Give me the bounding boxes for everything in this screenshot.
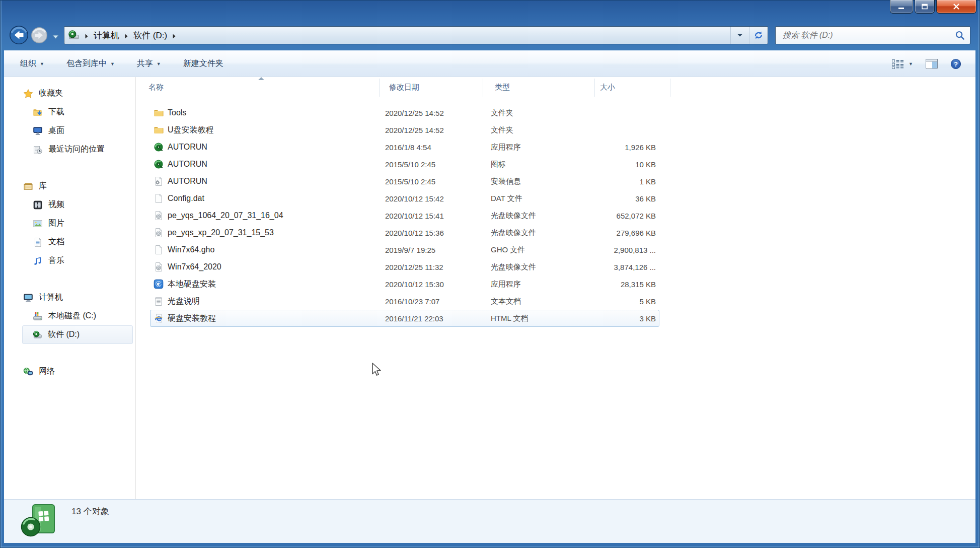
file-name-cell[interactable]: AUTORUN: [154, 139, 207, 156]
sidebar-item[interactable]: 本地磁盘 (C:): [4, 307, 133, 325]
toolbar-button[interactable]: 新建文件夹 ▼: [183, 58, 232, 69]
file-name-cell[interactable]: pe_yqs_1064_20_07_31_16_04: [154, 207, 283, 224]
document-icon: [33, 237, 43, 247]
navigation-pane: 收藏夹 下载 桌面: [4, 77, 136, 499]
sidebar-group-header[interactable]: 库: [4, 177, 135, 195]
html-file-icon: [154, 313, 164, 323]
toolbar-button[interactable]: 组织 ▼: [20, 58, 44, 69]
sidebar-item[interactable]: 图片: [4, 214, 133, 233]
sidebar-group-header[interactable]: 收藏夹: [4, 84, 135, 103]
file-name-cell[interactable]: pe_yqs_xp_20_07_31_15_53: [154, 224, 274, 241]
file-row[interactable]: pe_yqs_1064_20_07_31_16_04 2020/10/12 15…: [136, 207, 975, 224]
breadcrumb-arrow-icon: [124, 32, 129, 38]
sidebar-group: 计算机 本地磁盘 (C:) 软件 (D:): [4, 288, 135, 344]
file-name-cell[interactable]: AUTORUN: [154, 156, 207, 173]
sidebar-group-header[interactable]: 计算机: [4, 288, 135, 307]
toolbar-button-label: 组织: [20, 58, 36, 69]
file-row[interactable]: U盘安装教程 2020/12/25 14:52 文件夹: [136, 121, 975, 139]
file-name: U盘安装教程: [168, 125, 214, 135]
forward-button[interactable]: [31, 27, 48, 44]
disc-image-icon: [154, 262, 164, 272]
close-button[interactable]: [936, 0, 976, 14]
toolbar-button-label: 共享: [137, 58, 153, 69]
sidebar-item-label: 下载: [48, 107, 64, 117]
recent-pages-dropdown[interactable]: [52, 33, 59, 38]
sidebar-item[interactable]: 最近访问的位置: [4, 140, 133, 159]
breadcrumb-label[interactable]: 软件 (D:): [133, 30, 167, 41]
sidebar-group-header[interactable]: 网络: [4, 362, 135, 381]
svg-text:?: ?: [954, 60, 958, 68]
file-row[interactable]: AUTORUN 2016/1/8 4:54 应用程序 1,926 KB: [136, 139, 975, 156]
breadcrumb-arrow-icon: [84, 32, 89, 38]
file-row[interactable]: Win7x64_2020 2020/12/25 11:32 光盘映像文件 3,8…: [136, 258, 975, 276]
sidebar-group: 收藏夹 下载 桌面: [4, 84, 135, 159]
search-box[interactable]: [775, 26, 970, 44]
change-view-button[interactable]: ▼: [891, 58, 913, 70]
file-date-cell: 2015/5/10 2:45: [385, 156, 435, 173]
file-name-cell[interactable]: Tools: [154, 104, 186, 121]
file-row[interactable]: 本地硬盘安装 2020/10/12 15:30 应用程序 28,315 KB: [136, 276, 975, 293]
refresh-button[interactable]: [749, 27, 768, 44]
file-row[interactable]: AUTORUN 2015/5/10 2:45 图标 10 KB: [136, 156, 975, 173]
file-name-cell[interactable]: 硬盘安装教程: [154, 310, 216, 327]
file-size-cell: [590, 121, 656, 139]
breadcrumb-label[interactable]: 计算机: [94, 30, 119, 41]
file-name-cell[interactable]: 本地硬盘安装: [154, 276, 216, 293]
file-size-cell: 28,315 KB: [590, 276, 656, 293]
breadcrumb-arrow-icon[interactable]: [172, 32, 177, 38]
status-bar: 13 个对象: [4, 499, 975, 543]
breadcrumb-item[interactable]: 计算机: [80, 27, 119, 44]
back-button[interactable]: [9, 25, 29, 45]
column-header-type[interactable]: 类型: [495, 83, 510, 92]
file-name-cell[interactable]: Win7x64.gho: [154, 241, 214, 258]
minimize-button[interactable]: [890, 0, 913, 14]
file-name: Win7x64.gho: [168, 245, 214, 254]
column-divider[interactable]: [594, 79, 595, 97]
file-name-cell[interactable]: 光盘说明: [154, 293, 200, 310]
file-size-cell: 1,926 KB: [590, 139, 656, 156]
file-type-cell: 安装信息: [491, 173, 521, 190]
file-row[interactable]: pe_yqs_xp_20_07_31_15_53 2020/10/12 15:3…: [136, 224, 975, 241]
sidebar-item[interactable]: 音乐: [4, 251, 133, 270]
sidebar-item[interactable]: 软件 (D:): [22, 325, 133, 344]
file-row[interactable]: 硬盘安装教程 2016/11/21 22:03 HTML 文档 3 KB: [136, 310, 975, 327]
maximize-button[interactable]: [915, 0, 935, 14]
column-header-date[interactable]: 修改日期: [389, 83, 419, 92]
address-bar[interactable]: 计算机 软件 (D:): [64, 26, 768, 44]
file-name-cell[interactable]: Config.dat: [154, 190, 204, 207]
sidebar-item[interactable]: 桌面: [4, 121, 133, 140]
toolbar-button-label: 包含到库中: [66, 58, 107, 69]
help-icon[interactable]: ?: [950, 58, 961, 70]
column-divider[interactable]: [379, 79, 380, 97]
column-divider[interactable]: [483, 79, 483, 97]
sidebar-item-label: 视频: [48, 199, 64, 210]
breadcrumb-item[interactable]: 软件 (D:): [119, 27, 167, 44]
sidebar-item[interactable]: 文档: [4, 233, 133, 251]
sidebar-group-label: 收藏夹: [39, 88, 63, 99]
column-header-size[interactable]: 大小: [600, 83, 615, 92]
column-header-name[interactable]: 名称: [148, 83, 164, 92]
search-input[interactable]: [782, 30, 955, 40]
download-icon: [33, 107, 43, 117]
file-type-cell: 文本文档: [491, 293, 521, 310]
file-row[interactable]: 光盘说明 2016/10/23 7:07 文本文档 5 KB: [136, 293, 975, 310]
toolbar-button[interactable]: 共享 ▼: [137, 58, 161, 69]
file-row[interactable]: AUTORUN 2015/5/10 2:45 安装信息 1 KB: [136, 173, 975, 190]
file-name-cell[interactable]: U盘安装教程: [154, 121, 214, 139]
address-history-dropdown[interactable]: [730, 27, 749, 44]
toolbar-button[interactable]: 包含到库中 ▼: [66, 58, 115, 69]
sidebar-group-label: 网络: [39, 366, 55, 377]
main-area: 收藏夹 下载 桌面: [4, 77, 975, 499]
setup-info-icon: [154, 176, 164, 186]
file-name-cell[interactable]: Win7x64_2020: [154, 258, 221, 276]
preview-pane-icon[interactable]: [925, 58, 938, 70]
file-name-cell[interactable]: AUTORUN: [154, 173, 207, 190]
file-row[interactable]: Config.dat 2020/10/12 15:42 DAT 文件 36 KB: [136, 190, 975, 207]
sidebar-item[interactable]: 视频: [4, 195, 133, 214]
sidebar-item[interactable]: 下载: [4, 103, 133, 121]
column-divider[interactable]: [670, 79, 670, 97]
file-row[interactable]: Tools 2020/12/25 14:52 文件夹: [136, 104, 975, 121]
file-row[interactable]: Win7x64.gho 2019/9/7 19:25 GHO 文件 2,900,…: [136, 241, 975, 258]
file-date-cell: 2016/11/21 22:03: [385, 310, 443, 327]
file-name: Tools: [168, 108, 186, 117]
